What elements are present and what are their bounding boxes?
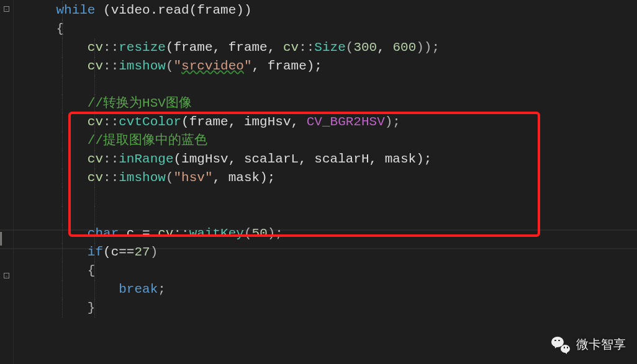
paren: ( bbox=[244, 226, 252, 241]
namespace-cv: cv bbox=[88, 40, 103, 55]
code-line[interactable]: //转换为HSV图像 bbox=[25, 94, 637, 113]
scope-op: :: bbox=[103, 59, 119, 73]
namespace-cv: cv bbox=[88, 59, 103, 73]
fn-inrange: inRange bbox=[119, 152, 173, 166]
semicolon: ; bbox=[158, 282, 166, 296]
code-line[interactable]: cv::imshow("srcvideo", frame); bbox=[25, 57, 637, 76]
number-literal: 27 bbox=[134, 245, 150, 259]
namespace-cv: cv bbox=[88, 115, 103, 129]
number-literal: 600 bbox=[392, 40, 416, 55]
code-line[interactable]: while (video.read(frame)) bbox=[25, 1, 637, 20]
code-text: (frame, imgHsv, bbox=[181, 115, 307, 129]
scope-op: :: bbox=[103, 115, 119, 129]
code-line[interactable]: { bbox=[25, 262, 637, 280]
code-line[interactable]: { bbox=[25, 20, 637, 38]
code-line[interactable]: cv::cvtColor(frame, imgHsv, CV_BGR2HSV); bbox=[25, 113, 637, 131]
scope-op: :: bbox=[103, 152, 119, 166]
paren: ); bbox=[385, 115, 400, 129]
string-quote: " bbox=[174, 59, 182, 73]
paren: ( bbox=[166, 59, 174, 73]
paren: ( bbox=[346, 40, 354, 55]
code-line[interactable]: } bbox=[25, 299, 637, 317]
namespace-cv: cv bbox=[158, 226, 173, 241]
keyword-break: break bbox=[119, 282, 158, 296]
code-text: c = bbox=[119, 226, 158, 241]
scope-op: :: bbox=[299, 40, 314, 55]
paren: ( bbox=[166, 171, 174, 185]
scope-op: :: bbox=[103, 40, 119, 55]
code-line-blank[interactable] bbox=[25, 76, 637, 94]
code-line-blank[interactable] bbox=[25, 187, 637, 206]
code-line[interactable]: cv::imshow("hsv", mask); bbox=[25, 169, 637, 187]
code-line[interactable]: break; bbox=[25, 280, 637, 299]
string-srcvideo: srcvideo bbox=[181, 59, 244, 73]
type-size: Size bbox=[314, 40, 345, 55]
watermark: 微卡智享 bbox=[551, 336, 626, 353]
fn-imshow: imshow bbox=[119, 59, 166, 73]
fn-resize: resize bbox=[119, 40, 166, 55]
code-text: , mask); bbox=[213, 171, 276, 185]
watermark-text: 微卡智享 bbox=[576, 336, 626, 353]
namespace-cv: cv bbox=[88, 171, 103, 185]
wechat-icon bbox=[551, 337, 570, 353]
code-line[interactable]: if(c==27) bbox=[25, 243, 637, 262]
keyword-char: char bbox=[88, 226, 119, 241]
number-literal: 50 bbox=[252, 226, 268, 241]
code-text: , frame); bbox=[252, 59, 322, 73]
code-text: (video.read(frame)) bbox=[95, 3, 251, 17]
string-quote: " bbox=[244, 59, 252, 73]
keyword-if: if bbox=[88, 245, 103, 259]
code-text: (c== bbox=[103, 245, 134, 259]
fn-imshow: imshow bbox=[119, 171, 166, 185]
comment-hsv-convert: //转换为HSV图像 bbox=[88, 96, 192, 110]
paren: )); bbox=[416, 40, 440, 55]
fold-marker[interactable]: - bbox=[4, 273, 9, 278]
namespace-cv: cv bbox=[88, 152, 103, 166]
macro-bgr2hsv: CV_BGR2HSV bbox=[307, 115, 385, 129]
code-text: (frame, frame, bbox=[166, 40, 283, 55]
code-line-blank[interactable] bbox=[25, 206, 637, 224]
brace-open: { bbox=[56, 22, 64, 36]
scope-op: :: bbox=[173, 226, 189, 241]
paren: ) bbox=[150, 245, 158, 259]
editor-gutter: - - bbox=[0, 0, 14, 364]
comment-extract-blue: //提取图像中的蓝色 bbox=[88, 133, 207, 148]
comma: , bbox=[377, 40, 392, 55]
code-line[interactable]: cv::resize(frame, frame, cv::Size(300, 6… bbox=[25, 38, 637, 57]
fn-waitkey: waitKey bbox=[189, 226, 244, 241]
string-hsv: "hsv" bbox=[174, 171, 213, 185]
number-literal: 300 bbox=[353, 40, 377, 55]
code-editor[interactable]: while (video.read(frame)) { cv::resize(f… bbox=[14, 0, 637, 364]
code-line[interactable]: //提取图像中的蓝色 bbox=[25, 131, 637, 150]
fn-cvtcolor: cvtColor bbox=[119, 115, 181, 129]
caret-indicator bbox=[0, 232, 2, 246]
code-line[interactable]: char c = cv::waitKey(50); bbox=[25, 224, 637, 243]
paren: ); bbox=[268, 226, 283, 241]
fold-marker[interactable]: - bbox=[4, 6, 9, 12]
code-text: (imgHsv, scalarL, scalarH, mask); bbox=[173, 152, 431, 166]
namespace-cv: cv bbox=[283, 40, 299, 55]
scope-op: :: bbox=[103, 171, 119, 185]
code-line[interactable]: cv::inRange(imgHsv, scalarL, scalarH, ma… bbox=[25, 150, 637, 169]
